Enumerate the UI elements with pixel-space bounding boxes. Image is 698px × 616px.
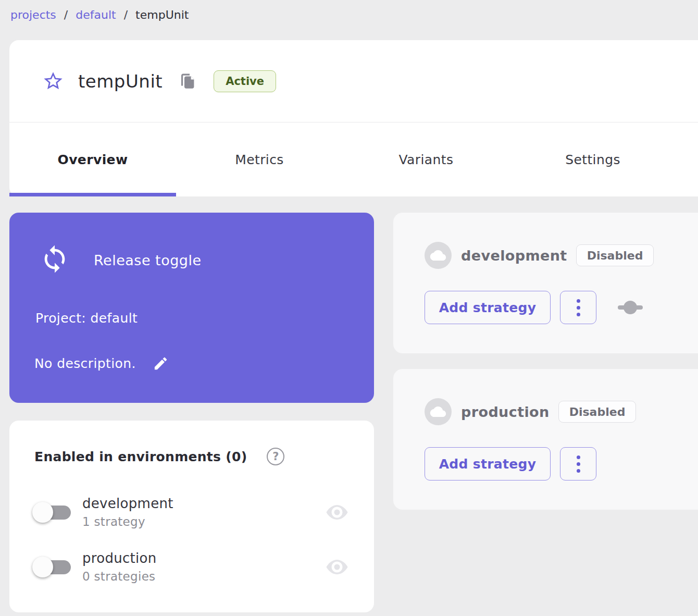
- production-toggle[interactable]: [32, 557, 71, 577]
- more-actions-button[interactable]: [560, 447, 596, 481]
- edit-description-icon[interactable]: [153, 355, 169, 372]
- cloud-icon: [425, 242, 452, 269]
- status-badge: Active: [214, 70, 276, 92]
- tab-metrics-label: Metrics: [235, 152, 284, 167]
- environment-name: production: [82, 550, 157, 566]
- release-toggle-icon: [40, 244, 70, 276]
- toggle-thumb: [32, 557, 53, 577]
- tab-metrics[interactable]: Metrics: [176, 122, 343, 196]
- tab-settings-label: Settings: [565, 152, 620, 167]
- eye-icon[interactable]: [325, 559, 349, 575]
- more-actions-button[interactable]: [560, 291, 596, 324]
- tab-settings[interactable]: Settings: [509, 122, 676, 196]
- copy-name-icon[interactable]: [180, 72, 195, 90]
- environment-status-badge: Disabled: [576, 244, 654, 266]
- main-content: Release toggle Project: default No descr…: [9, 213, 698, 612]
- environment-card-production: production Disabled Add strategy: [393, 369, 698, 510]
- feature-info-card: Release toggle Project: default No descr…: [9, 213, 374, 403]
- description-row: No description.: [34, 355, 169, 372]
- breadcrumb-current: tempUnit: [135, 8, 189, 21]
- feature-type-row: Release toggle: [40, 244, 202, 276]
- strategy-count: 0 strategies: [82, 570, 157, 583]
- kebab-menu-icon: [577, 455, 580, 473]
- description-text: No description.: [34, 356, 136, 371]
- tab-overview-label: Overview: [58, 152, 128, 167]
- environment-toggle-row-development: development 1 strategy: [32, 496, 349, 528]
- active-tab-indicator: [9, 193, 176, 196]
- add-strategy-button[interactable]: Add strategy: [425, 447, 551, 481]
- toggle-thumb: [32, 502, 53, 523]
- environment-title: development: [461, 248, 567, 264]
- breadcrumb: projects / default / tempUnit: [0, 0, 698, 21]
- tab-variants[interactable]: Variants: [343, 122, 509, 196]
- breadcrumb-link-default[interactable]: default: [76, 8, 116, 21]
- environment-status-badge: Disabled: [558, 401, 637, 423]
- breadcrumb-separator: /: [64, 8, 68, 21]
- page-title: tempUnit: [78, 71, 163, 92]
- environment-card-development: development Disabled Add strategy: [393, 213, 698, 353]
- environment-toggle-row-production: production 0 strategies: [32, 550, 349, 583]
- development-toggle[interactable]: [32, 502, 71, 523]
- feature-type-label: Release toggle: [94, 252, 202, 268]
- breadcrumb-separator: /: [124, 8, 128, 21]
- environment-title: production: [461, 404, 550, 420]
- strategy-count: 1 strategy: [82, 515, 173, 528]
- feature-header-card: tempUnit Active Overview Metrics Variant…: [9, 40, 698, 196]
- feature-title-row: tempUnit Active: [9, 40, 698, 122]
- cloud-icon: [425, 398, 452, 425]
- kebab-menu-icon: [577, 299, 580, 316]
- environment-name: development: [82, 496, 173, 511]
- strategy-slider-icon: [617, 300, 643, 315]
- enabled-environments-title: Enabled in environments (0): [34, 449, 247, 464]
- tab-variants-label: Variants: [399, 152, 454, 167]
- tab-bar: Overview Metrics Variants Settings: [9, 122, 698, 196]
- eye-icon[interactable]: [325, 504, 349, 521]
- enabled-environments-card: Enabled in environments (0) development …: [9, 421, 374, 612]
- tab-overview[interactable]: Overview: [9, 122, 176, 196]
- add-strategy-button[interactable]: Add strategy: [425, 291, 551, 324]
- help-icon[interactable]: [267, 448, 284, 465]
- favorite-star-icon[interactable]: [43, 71, 64, 92]
- project-label: Project: default: [35, 311, 138, 326]
- breadcrumb-link-projects[interactable]: projects: [10, 8, 56, 21]
